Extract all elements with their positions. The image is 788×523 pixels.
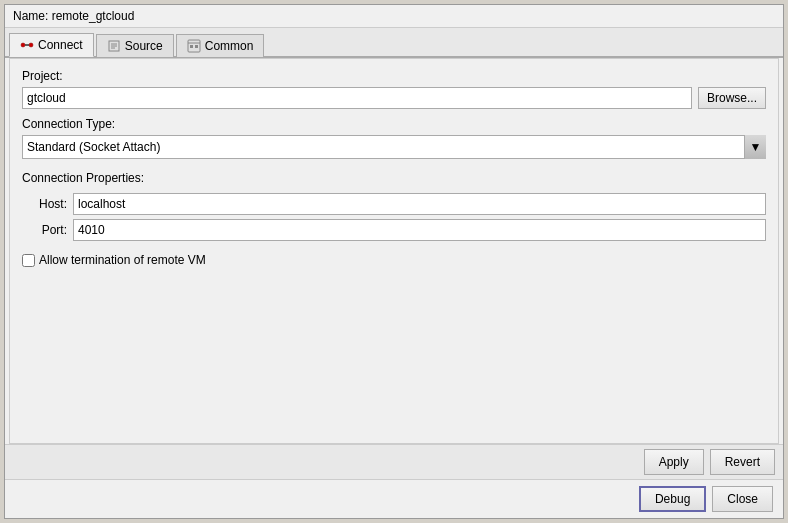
browse-button[interactable]: Browse...	[698, 87, 766, 109]
project-row: Browse...	[22, 87, 766, 109]
svg-rect-10	[195, 45, 198, 48]
port-label: Port:	[22, 223, 67, 237]
tab-common[interactable]: Common	[176, 34, 265, 57]
properties-table: Host: Port:	[22, 193, 766, 241]
debug-button[interactable]: Debug	[639, 486, 706, 512]
host-row: Host:	[22, 193, 766, 215]
project-field-group: Project: Browse...	[22, 69, 766, 109]
connect-tab-content: Project: Browse... Connection Type: Stan…	[9, 58, 779, 444]
project-input[interactable]	[22, 87, 692, 109]
host-input[interactable]	[73, 193, 766, 215]
host-label: Host:	[22, 197, 67, 211]
connection-type-field-group: Connection Type: Standard (Socket Attach…	[22, 117, 766, 159]
apply-revert-bar: Apply Revert	[5, 444, 783, 479]
bottom-buttons-bar: Debug Close	[5, 479, 783, 518]
port-input[interactable]	[73, 219, 766, 241]
allow-termination-label: Allow termination of remote VM	[39, 253, 206, 267]
connection-type-select-wrapper: Standard (Socket Attach) Standard (Socke…	[22, 135, 766, 159]
project-label: Project:	[22, 69, 766, 83]
common-icon	[187, 39, 201, 53]
tabs-bar: Connect Source C	[5, 28, 783, 58]
allow-termination-text: Allow termination of remote VM	[39, 253, 206, 267]
title-bar: Name: remote_gtcloud	[5, 5, 783, 28]
close-button[interactable]: Close	[712, 486, 773, 512]
tab-connect[interactable]: Connect	[9, 33, 94, 57]
svg-point-0	[21, 43, 25, 47]
port-row: Port:	[22, 219, 766, 241]
tab-source-label: Source	[125, 39, 163, 53]
svg-point-1	[29, 43, 33, 47]
connection-type-label: Connection Type:	[22, 117, 766, 131]
tab-common-label: Common	[205, 39, 254, 53]
debug-configuration-dialog: Name: remote_gtcloud Connect	[4, 4, 784, 519]
connection-properties-header: Connection Properties:	[22, 171, 766, 185]
source-icon	[107, 39, 121, 53]
svg-rect-9	[190, 45, 193, 48]
svg-rect-7	[188, 40, 200, 52]
tab-source[interactable]: Source	[96, 34, 174, 57]
connection-type-select[interactable]: Standard (Socket Attach) Standard (Socke…	[22, 135, 766, 159]
apply-button[interactable]: Apply	[644, 449, 704, 475]
tab-connect-label: Connect	[38, 38, 83, 52]
allow-termination-row: Allow termination of remote VM	[22, 253, 766, 267]
allow-termination-checkbox[interactable]	[22, 254, 35, 267]
connect-icon	[20, 38, 34, 52]
revert-button[interactable]: Revert	[710, 449, 775, 475]
dialog-title: Name: remote_gtcloud	[13, 9, 134, 23]
content-spacer	[22, 275, 766, 433]
